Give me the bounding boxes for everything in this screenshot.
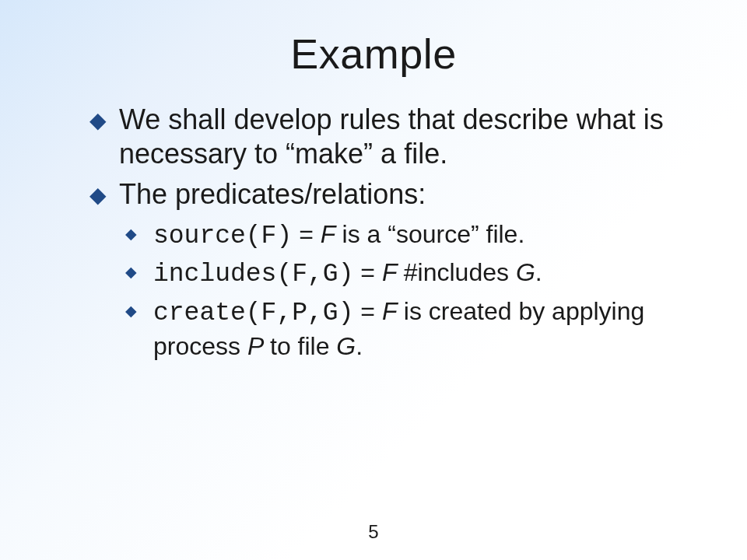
- var-span: F: [382, 297, 404, 325]
- bullet-text: We shall develop rules that describe wha…: [119, 103, 664, 170]
- bullet-level2: source(F) = F is a “source” file.: [89, 218, 693, 254]
- text-span: #includes: [404, 258, 516, 286]
- var-span: G: [336, 332, 356, 360]
- page-number: 5: [0, 521, 747, 543]
- text-span: is a “source” file.: [342, 220, 525, 248]
- var-span: G: [516, 258, 535, 286]
- text-span: to file: [270, 332, 336, 360]
- slide: Example We shall develop rules that desc…: [0, 0, 747, 560]
- bullet-level1: We shall develop rules that describe wha…: [89, 103, 693, 171]
- code-span: includes(F,G): [153, 260, 353, 289]
- var-span: F: [382, 258, 404, 286]
- bullet-level2: create(F,P,G) = F is created by applying…: [89, 295, 693, 363]
- code-span: create(F,P,G): [153, 299, 353, 327]
- var-span: P: [247, 332, 270, 360]
- slide-body: We shall develop rules that describe wha…: [0, 78, 747, 363]
- var-span: F: [321, 220, 342, 248]
- text-span: .: [356, 332, 363, 360]
- slide-title: Example: [0, 0, 747, 78]
- bullet-text: The predicates/relations:: [119, 178, 426, 210]
- bullet-level2: includes(F,G) = F #includes G.: [89, 256, 693, 292]
- code-span: source(F): [153, 222, 292, 250]
- text-span: =: [292, 220, 320, 248]
- text-span: =: [353, 258, 381, 286]
- bullet-level1: The predicates/relations:: [89, 177, 693, 212]
- text-span: =: [353, 297, 381, 325]
- text-span: .: [535, 258, 542, 286]
